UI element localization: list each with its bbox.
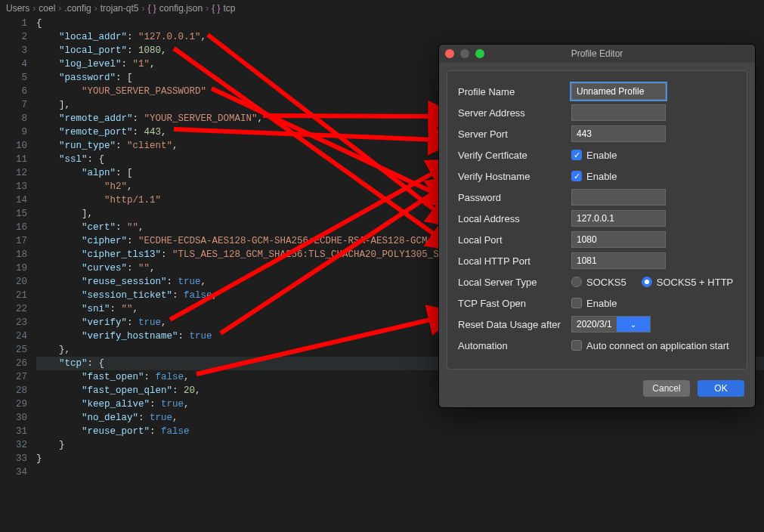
line-number: 14 <box>0 193 27 207</box>
label-password: Password <box>458 192 571 203</box>
breadcrumb-item[interactable]: Users <box>6 3 29 14</box>
auto-connect-checkbox[interactable] <box>571 340 582 351</box>
breadcrumb-item[interactable]: config.json <box>159 3 203 14</box>
label-local-port: Local Port <box>458 234 571 246</box>
zoom-icon[interactable] <box>475 49 484 58</box>
chevron-right-icon: › <box>141 3 144 14</box>
line-number: 6 <box>0 85 27 98</box>
server-address-input[interactable] <box>571 104 666 121</box>
code-line[interactable]: { <box>36 17 764 30</box>
password-input[interactable] <box>571 189 666 206</box>
line-number: 24 <box>0 329 27 343</box>
enable-text: Enable <box>586 171 617 182</box>
line-number: 26 <box>0 357 27 370</box>
chevron-right-icon: › <box>32 3 36 14</box>
line-number: 20 <box>0 275 27 289</box>
line-number: 33 <box>0 452 27 466</box>
line-number: 5 <box>0 71 27 85</box>
breadcrumb-item[interactable]: coel <box>39 3 55 14</box>
local-http-port-input[interactable] <box>571 252 666 269</box>
label-local-http-port: Local HTTP Port <box>458 255 571 267</box>
server-type-socks5http-radio[interactable] <box>642 277 652 287</box>
line-number-gutter: 1234567891011121314151617181920212223242… <box>0 17 36 532</box>
chevron-right-icon: › <box>206 3 209 14</box>
line-number: 23 <box>0 316 27 329</box>
dialog-titlebar[interactable]: Profile Editor <box>439 45 755 63</box>
reset-date-value: 2020/3/1 <box>572 319 617 329</box>
line-number: 30 <box>0 411 27 425</box>
form-panel: Profile Name Server Address Server Port … <box>447 70 747 370</box>
label-server-address: Server Address <box>458 107 571 119</box>
breadcrumb-item[interactable]: .config <box>64 3 91 14</box>
enable-text: Enable <box>586 298 617 309</box>
label-local-server-type: Local Server Type <box>458 277 571 288</box>
code-line[interactable]: "reuse_port": false <box>36 425 764 438</box>
chevron-right-icon: › <box>58 3 61 14</box>
line-number: 2 <box>0 30 27 44</box>
enable-text: Enable <box>586 150 617 161</box>
line-number: 21 <box>0 289 27 302</box>
label-tcp-fast-open: TCP Fast Open <box>458 298 571 309</box>
auto-connect-text: Auto connect on application start <box>586 340 729 351</box>
breadcrumb-item[interactable]: tcp <box>224 3 236 14</box>
cancel-button[interactable]: Cancel <box>643 380 690 397</box>
close-icon[interactable] <box>445 49 454 58</box>
line-number: 7 <box>0 98 27 112</box>
line-number: 9 <box>0 125 27 139</box>
code-line[interactable]: "no_delay": true, <box>36 411 764 425</box>
reset-date-select[interactable]: 2020/3/1 ⌄ <box>571 316 651 332</box>
line-number: 17 <box>0 234 27 248</box>
chevron-down-icon: ⌄ <box>617 317 650 332</box>
line-number: 13 <box>0 180 27 193</box>
line-number: 22 <box>0 302 27 316</box>
socks5http-text: SOCKS5 + HTTP <box>657 277 734 288</box>
minimize-icon[interactable] <box>460 49 469 58</box>
line-number: 1 <box>0 17 27 30</box>
local-port-input[interactable] <box>571 231 666 248</box>
line-number: 32 <box>0 438 27 452</box>
line-number: 29 <box>0 397 27 411</box>
chevron-right-icon: › <box>94 3 97 14</box>
line-number: 8 <box>0 112 27 125</box>
profile-editor-dialog: Profile Editor Profile Name Server Addre… <box>438 44 756 408</box>
line-number: 28 <box>0 384 27 397</box>
ok-button[interactable]: OK <box>697 380 744 397</box>
tcp-fast-open-checkbox[interactable] <box>571 298 582 308</box>
server-port-input[interactable] <box>571 125 666 142</box>
dialog-title: Profile Editor <box>439 48 755 59</box>
dialog-button-row: Cancel OK <box>439 377 755 407</box>
breadcrumb-item[interactable]: trojan-qt5 <box>101 3 139 14</box>
label-local-address: Local Address <box>458 213 571 224</box>
verify-certificate-checkbox[interactable]: ✓ <box>571 150 582 160</box>
json-icon: { } <box>212 3 220 14</box>
local-address-input[interactable] <box>571 210 666 227</box>
label-server-port: Server Port <box>458 128 571 140</box>
server-type-socks5-radio[interactable] <box>571 277 582 287</box>
line-number: 3 <box>0 44 27 57</box>
line-number: 19 <box>0 261 27 275</box>
label-automation: Automation <box>458 340 571 351</box>
line-number: 15 <box>0 207 27 221</box>
code-line[interactable]: } <box>36 438 764 452</box>
json-icon: { } <box>147 3 156 14</box>
line-number: 27 <box>0 370 27 384</box>
label-profile-name: Profile Name <box>458 86 571 97</box>
verify-hostname-checkbox[interactable]: ✓ <box>571 171 582 181</box>
breadcrumb: Users › coel › .config › trojan-qt5 ›{ }… <box>0 0 764 17</box>
label-reset-data-usage: Reset Data Usage after <box>458 319 571 330</box>
line-number: 31 <box>0 425 27 438</box>
line-number: 12 <box>0 166 27 180</box>
socks5-text: SOCKS5 <box>586 277 626 288</box>
line-number: 16 <box>0 221 27 234</box>
label-verify-certificate: Verify Certficate <box>458 150 571 161</box>
profile-name-input[interactable] <box>571 83 666 100</box>
label-verify-hostname: Verify Hostname <box>458 171 571 182</box>
line-number: 18 <box>0 248 27 261</box>
line-number: 34 <box>0 466 27 479</box>
line-number: 25 <box>0 343 27 357</box>
code-line[interactable]: "local_addr": "127.0.0.1", <box>36 30 764 44</box>
code-line[interactable]: } <box>36 452 764 466</box>
line-number: 11 <box>0 153 27 166</box>
line-number: 4 <box>0 57 27 71</box>
code-line[interactable] <box>36 466 764 479</box>
